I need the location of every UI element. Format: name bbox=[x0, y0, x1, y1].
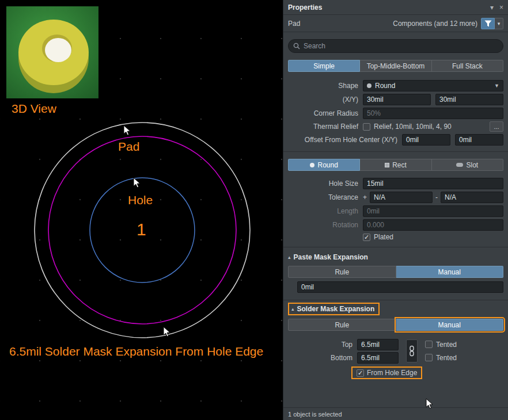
solder-mask-section-header[interactable]: ▴ Solder Mask Expansion bbox=[288, 304, 503, 314]
panel-menu-icon[interactable]: ▾ bbox=[490, 3, 494, 12]
thermal-relief-more-button[interactable]: ... bbox=[490, 121, 503, 132]
hole-annotation: Hole bbox=[128, 193, 153, 207]
chevron-down-icon: ▼ bbox=[494, 83, 499, 89]
check-icon: ✓ bbox=[358, 369, 363, 377]
thermal-relief-value: Relief, 10mil, 10mil, 4, 90 bbox=[374, 123, 452, 131]
solder-mask-expansion-grid: Top 6.5mil Tented Bottom 6.5mil Tented bbox=[288, 338, 503, 364]
from-hole-edge-label: From Hole Edge bbox=[367, 369, 417, 377]
mode-tabs: Simple Top-Middle-Bottom Full Stack bbox=[288, 60, 503, 72]
length-label: Length bbox=[288, 207, 358, 215]
plated-checkbox[interactable]: ✓ bbox=[363, 234, 370, 241]
hole-shape-round-label: Round bbox=[317, 161, 338, 169]
from-hole-edge-checkbox[interactable]: ✓ bbox=[357, 369, 364, 377]
solder-mask-mode: Rule Manual bbox=[288, 319, 503, 331]
collapse-icon: ▴ bbox=[291, 306, 294, 312]
size-xy-label: (X/Y) bbox=[288, 96, 358, 104]
cursor-icon bbox=[123, 125, 131, 136]
round-icon bbox=[310, 163, 314, 167]
offset-x-input[interactable]: 0mil bbox=[402, 134, 450, 146]
corner-radius-input: 50% bbox=[363, 108, 503, 119]
link-top-bottom-button[interactable] bbox=[406, 339, 418, 362]
solder-mask-manual-button[interactable]: Manual bbox=[396, 319, 504, 331]
pad-properties-form: Shape Round ▼ (X/Y) 30mil 30mil Corner R… bbox=[288, 80, 503, 146]
altium-pad-properties-screen: 3D View Pad Hole 1 6.5mil Solder Mask Ex… bbox=[0, 0, 508, 420]
tolerance-plus-input[interactable]: N/A bbox=[370, 192, 433, 203]
solder-mask-highlight-box: ▴ Solder Mask Expansion bbox=[288, 303, 380, 315]
tolerance-minus-label: - bbox=[435, 193, 438, 201]
solder-mask-title: Solder Mask Expansion bbox=[297, 305, 375, 313]
check-icon: ✓ bbox=[364, 234, 369, 241]
cursor-icon bbox=[426, 398, 434, 410]
shape-value: Round bbox=[375, 82, 395, 90]
filter-dropdown-button[interactable]: ▾ bbox=[495, 18, 503, 29]
rect-icon bbox=[385, 163, 389, 167]
tented-bottom-label: Tented bbox=[436, 354, 457, 362]
scope-label: Components (and 12 more) bbox=[393, 20, 477, 28]
close-icon[interactable]: × bbox=[499, 3, 503, 12]
tab-full-stack[interactable]: Full Stack bbox=[432, 60, 503, 72]
hole-shape-slot-label: Slot bbox=[466, 161, 478, 169]
tolerance-minus-input[interactable]: N/A bbox=[441, 192, 503, 203]
tab-simple[interactable]: Simple bbox=[288, 60, 360, 72]
length-input: 0mil bbox=[363, 205, 503, 217]
chevron-down-icon: ▾ bbox=[498, 21, 501, 26]
paste-mask-title: Paste Mask Expansion bbox=[294, 253, 368, 261]
shape-select[interactable]: Round ▼ bbox=[363, 80, 503, 91]
paste-mask-mode: Rule Manual bbox=[288, 266, 503, 278]
tented-bottom-checkbox[interactable] bbox=[425, 354, 433, 361]
offset-y-input[interactable]: 0mil bbox=[455, 134, 503, 146]
hole-3d-interior bbox=[45, 38, 71, 62]
collapse-icon: ▴ bbox=[288, 254, 291, 260]
divider bbox=[283, 247, 508, 247]
paste-mask-section-header[interactable]: ▴ Paste Mask Expansion bbox=[288, 252, 503, 262]
tolerance-label: Tolerance bbox=[288, 193, 358, 201]
panel-subheader: Pad Components (and 12 more) ▾ bbox=[283, 15, 508, 32]
paste-mask-value-input[interactable]: 0mil bbox=[297, 281, 503, 293]
hole-properties-form: Hole Size 15mil Tolerance + N/A - N/A Le… bbox=[288, 178, 503, 241]
bottom-expansion-input[interactable]: 6.5mil bbox=[357, 352, 399, 364]
cursor-icon bbox=[163, 326, 171, 338]
status-bar: 1 object is selected bbox=[283, 407, 508, 420]
hole-size-label: Hole Size bbox=[288, 180, 358, 188]
tented-top-checkbox[interactable] bbox=[425, 341, 433, 348]
panel-title: Properties bbox=[288, 3, 322, 12]
divider bbox=[283, 151, 508, 152]
tab-top-middle-bottom[interactable]: Top-Middle-Bottom bbox=[360, 60, 431, 72]
top-expansion-input[interactable]: 6.5mil bbox=[357, 339, 399, 350]
plated-label: Plated bbox=[374, 233, 393, 241]
properties-panel: Properties ▾ × Pad Components (and 12 mo… bbox=[283, 0, 508, 420]
hole-shape-slot[interactable]: Slot bbox=[432, 159, 503, 171]
solder-mask-rule-button[interactable]: Rule bbox=[288, 319, 396, 331]
search-box[interactable] bbox=[288, 39, 503, 53]
rotation-input: 0.000 bbox=[363, 219, 503, 231]
top-label: Top bbox=[288, 341, 352, 349]
panel-titlebar: Properties ▾ × bbox=[283, 0, 508, 15]
filter-button[interactable] bbox=[481, 18, 495, 29]
paste-mask-manual-button[interactable]: Manual bbox=[396, 266, 504, 278]
hole-size-input[interactable]: 15mil bbox=[363, 178, 503, 189]
tolerance-plus-label: + bbox=[363, 193, 367, 201]
search-icon bbox=[293, 43, 300, 49]
pad-annotation: Pad bbox=[118, 140, 139, 154]
paste-mask-rule-button[interactable]: Rule bbox=[288, 266, 396, 278]
chain-link-icon bbox=[409, 345, 415, 357]
from-hole-edge-row: ✓ From Hole Edge bbox=[351, 366, 503, 379]
hole-shape-tabs: Round Rect Slot bbox=[288, 159, 503, 171]
funnel-icon bbox=[484, 20, 492, 27]
hole-shape-rect[interactable]: Rect bbox=[360, 159, 431, 171]
rotation-label: Rotation bbox=[288, 221, 358, 229]
size-y-input[interactable]: 30mil bbox=[435, 94, 503, 105]
thermal-relief-checkbox[interactable] bbox=[363, 123, 370, 131]
search-input[interactable] bbox=[304, 42, 498, 50]
divider bbox=[283, 300, 508, 300]
size-x-input[interactable]: 30mil bbox=[363, 94, 431, 105]
hole-shape-rect-label: Rect bbox=[392, 161, 407, 169]
shape-label: Shape bbox=[288, 82, 358, 90]
status-text: 1 object is selected bbox=[288, 411, 342, 418]
hole-shape-round[interactable]: Round bbox=[288, 159, 360, 171]
cursor-icon bbox=[133, 177, 141, 189]
from-hole-edge-highlight-box: ✓ From Hole Edge bbox=[351, 366, 422, 379]
pcb-canvas[interactable]: 3D View Pad Hole 1 6.5mil Solder Mask Ex… bbox=[0, 0, 283, 420]
offset-label: Offset From Hole Center (X/Y) bbox=[288, 136, 397, 144]
solder-mask-caption: 6.5mil Solder Mask Expansion From Hole E… bbox=[9, 345, 263, 358]
